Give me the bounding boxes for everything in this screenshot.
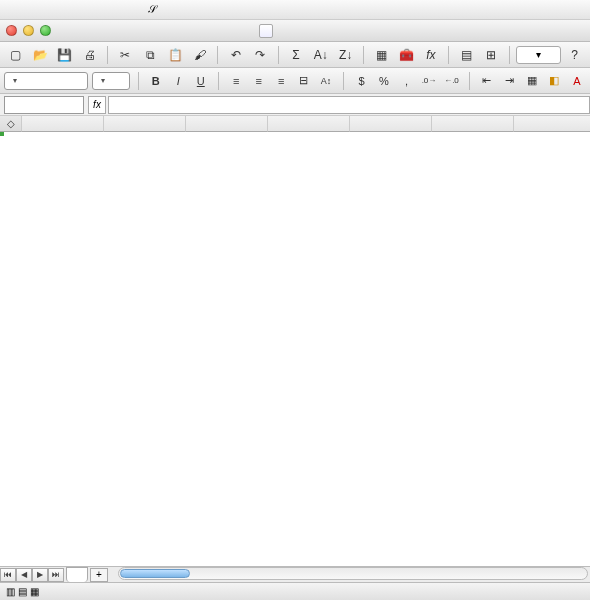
status-bar: ▥ ▤ ▦ — [0, 582, 590, 600]
cut-icon[interactable]: ✂ — [114, 45, 137, 65]
help-icon[interactable]: ? — [563, 45, 586, 65]
tab-nav-next[interactable]: ▶ — [32, 568, 48, 582]
tab-nav-prev[interactable]: ◀ — [16, 568, 32, 582]
percent-icon[interactable]: % — [375, 72, 393, 90]
font-name-combo[interactable]: ▾ — [4, 72, 88, 90]
document-icon — [259, 24, 273, 38]
spreadsheet-grid: ◇ — [0, 116, 590, 582]
col-header-A[interactable] — [22, 116, 104, 132]
pivot-icon[interactable]: ⊞ — [480, 45, 503, 65]
separator — [107, 46, 108, 64]
increase-decimal-icon[interactable]: .0→ — [420, 72, 438, 90]
horizontal-scrollbar[interactable] — [118, 567, 588, 580]
text-direction-icon[interactable]: A↕ — [317, 72, 335, 90]
formula-input[interactable] — [108, 96, 590, 114]
mac-menu-bar: 𝒮 — [0, 0, 590, 20]
tab-nav: ⏮ ◀ ▶ ⏭ — [0, 568, 64, 582]
zoom-button[interactable] — [40, 25, 51, 36]
copy-icon[interactable]: ⧉ — [139, 45, 162, 65]
new-icon[interactable]: ▢ — [4, 45, 27, 65]
fx-button[interactable]: fx — [88, 96, 106, 114]
decrease-indent-icon[interactable]: ⇤ — [478, 72, 496, 90]
separator — [138, 72, 139, 90]
currency-icon[interactable]: $ — [352, 72, 370, 90]
separator — [278, 46, 279, 64]
paste-icon[interactable]: 📋 — [164, 45, 187, 65]
save-icon[interactable]: 💾 — [54, 45, 77, 65]
source-range-highlight — [0, 132, 4, 136]
increase-indent-icon[interactable]: ⇥ — [500, 72, 518, 90]
select-all-corner[interactable]: ◇ — [0, 116, 22, 132]
redo-icon[interactable]: ↷ — [249, 45, 272, 65]
sort-desc-icon[interactable]: Z↓ — [334, 45, 357, 65]
separator — [509, 46, 510, 64]
tab-nav-last[interactable]: ⏭ — [48, 568, 64, 582]
font-color-icon[interactable]: A — [568, 72, 586, 90]
minimize-button[interactable] — [23, 25, 34, 36]
script-icon[interactable]: 𝒮 — [148, 3, 156, 16]
merge-icon[interactable]: ⊟ — [294, 72, 312, 90]
gallery-icon[interactable]: ▦ — [370, 45, 393, 65]
name-box[interactable] — [4, 96, 84, 114]
separator — [448, 46, 449, 64]
italic-button[interactable]: I — [169, 72, 187, 90]
bold-button[interactable]: B — [147, 72, 165, 90]
borders-icon[interactable]: ▦ — [523, 72, 541, 90]
align-center-icon[interactable]: ≡ — [249, 72, 267, 90]
open-icon[interactable]: 📂 — [29, 45, 52, 65]
tab-nav-first[interactable]: ⏮ — [0, 568, 16, 582]
font-size-combo[interactable]: ▾ — [92, 72, 130, 90]
separator — [217, 46, 218, 64]
col-header-E[interactable] — [350, 116, 432, 132]
formatting-toolbar: ▾ ▾ B I U ≡ ≡ ≡ ⊟ A↕ $ % , .0→ ←.0 ⇤ ⇥ ▦… — [0, 68, 590, 94]
underline-button[interactable]: U — [192, 72, 210, 90]
sheet-tab-bar: ⏮ ◀ ▶ ⏭ + — [0, 566, 590, 582]
decrease-decimal-icon[interactable]: ←.0 — [442, 72, 460, 90]
separator — [469, 72, 470, 90]
fx-icon[interactable]: fx — [419, 45, 442, 65]
close-button[interactable] — [6, 25, 17, 36]
toolbox-icon[interactable]: 🧰 — [395, 45, 418, 65]
align-left-icon[interactable]: ≡ — [227, 72, 245, 90]
add-sheet-button[interactable]: + — [90, 568, 108, 582]
col-header-G[interactable] — [514, 116, 590, 132]
sheet-tab[interactable] — [66, 567, 88, 582]
window-titlebar — [0, 20, 590, 42]
fill-color-icon[interactable]: ◧ — [545, 72, 563, 90]
print-icon[interactable]: 🖨 — [78, 45, 101, 65]
align-right-icon[interactable]: ≡ — [272, 72, 290, 90]
separator — [218, 72, 219, 90]
view-buttons[interactable]: ▥ ▤ ▦ — [6, 586, 39, 597]
comma-icon[interactable]: , — [397, 72, 415, 90]
sort-asc-icon[interactable]: A↓ — [309, 45, 332, 65]
standard-toolbar: ▢ 📂 💾 🖨 ✂ ⧉ 📋 🖌 ↶ ↷ Σ A↓ Z↓ ▦ 🧰 fx ▤ ⊞ ▾… — [0, 42, 590, 68]
col-header-C[interactable] — [186, 116, 268, 132]
show-icon[interactable]: ▤ — [455, 45, 478, 65]
col-header-F[interactable] — [432, 116, 514, 132]
format-painter-icon[interactable]: 🖌 — [188, 45, 211, 65]
formula-bar: fx — [0, 94, 590, 116]
col-header-D[interactable] — [268, 116, 350, 132]
separator — [343, 72, 344, 90]
separator — [363, 46, 364, 64]
autosum-icon[interactable]: Σ — [285, 45, 308, 65]
zoom-combo[interactable]: ▾ — [516, 46, 561, 64]
undo-icon[interactable]: ↶ — [224, 45, 247, 65]
col-header-B[interactable] — [104, 116, 186, 132]
